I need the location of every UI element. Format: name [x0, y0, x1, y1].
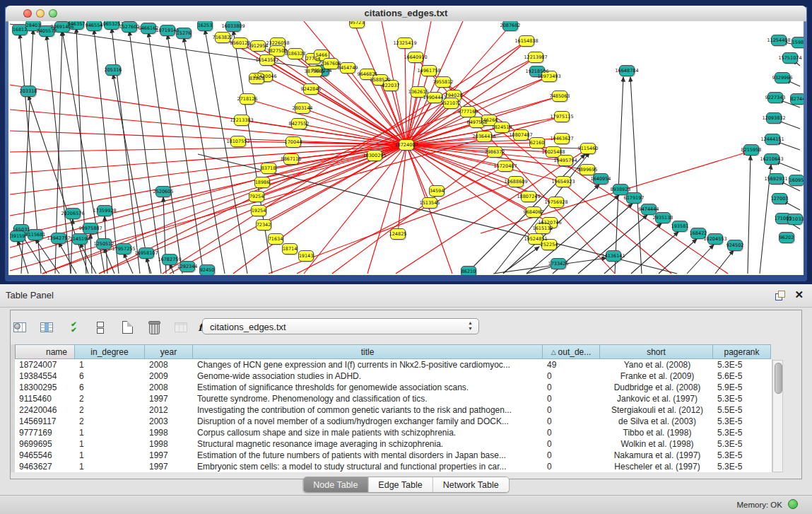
- table-cell[interactable]: Yano et al. (2008): [600, 359, 713, 370]
- table-cell[interactable]: Nakamura et al. (1997): [600, 450, 713, 461]
- close-panel-icon[interactable]: ✕: [794, 288, 804, 301]
- table-cell[interactable]: Genome-wide association studies in ADHD.: [193, 370, 543, 382]
- table-row[interactable]: 969969511998Structural magnetic resonanc…: [15, 438, 771, 450]
- table-cell[interactable]: 9115460: [15, 393, 75, 404]
- float-panel-icon[interactable]: [775, 291, 785, 300]
- table-cell[interactable]: Franke et al. (2009): [600, 370, 713, 382]
- table-cell[interactable]: 1998: [145, 438, 193, 450]
- table-row[interactable]: 1872400712008Changes of HCN gene express…: [15, 359, 771, 370]
- table-cell[interactable]: 5.3E-5: [713, 438, 771, 450]
- table-row[interactable]: 946362711997Embryonic stem cells: a mode…: [15, 461, 771, 472]
- table-cell[interactable]: 0: [543, 450, 600, 461]
- table-row[interactable]: 946554611997Estimation of the future num…: [15, 450, 771, 461]
- column-header-out_de[interactable]: △out_de...: [543, 344, 600, 359]
- column-header-short[interactable]: short: [600, 344, 713, 359]
- table-settings-icon[interactable]: [11, 319, 28, 336]
- column-header-title[interactable]: title: [193, 344, 543, 359]
- table-cell[interactable]: de Silva et al. (2003): [600, 416, 713, 427]
- table-cell[interactable]: 0: [543, 416, 600, 427]
- table-cell[interactable]: 14569117: [15, 416, 75, 427]
- table-cell[interactable]: Estimation of significance thresholds fo…: [193, 382, 543, 393]
- table-selector-dropdown[interactable]: citations_edges.txt ▲▼: [202, 318, 479, 334]
- table-cell[interactable]: Corpus callosum shape and size in male p…: [193, 427, 543, 438]
- table-cell[interactable]: 0: [543, 461, 600, 472]
- show-columns-icon[interactable]: [38, 319, 55, 336]
- table-cell[interactable]: 1998: [145, 427, 193, 438]
- table-cell[interactable]: 9465546: [15, 450, 75, 461]
- column-header-in_degree[interactable]: in_degree: [75, 344, 145, 359]
- table-cell[interactable]: 49: [543, 359, 600, 370]
- scrollbar-thumb[interactable]: [775, 363, 782, 394]
- table-cell[interactable]: 1997: [145, 461, 193, 472]
- table-cell[interactable]: 0: [543, 404, 600, 416]
- table-row[interactable]: 2242004622012Investigating the contribut…: [15, 404, 771, 416]
- table-cell[interactable]: 6: [75, 370, 145, 382]
- table-cell[interactable]: Disruption of a novel member of a sodium…: [193, 416, 543, 427]
- table-cell[interactable]: 5.6E-5: [713, 370, 771, 382]
- table-cell[interactable]: 18300295: [15, 382, 75, 393]
- table-cell[interactable]: 1: [75, 359, 145, 370]
- table-cell[interactable]: Wolkin et al. (1998): [600, 438, 713, 450]
- table-cell[interactable]: 5.3E-5: [713, 461, 771, 472]
- vertical-scrollbar[interactable]: [772, 360, 783, 472]
- network-view-canvas[interactable]: 1681228403240557220691406946357946554106…: [8, 21, 804, 275]
- tab-edge-table[interactable]: Edge Table: [368, 477, 433, 492]
- table-cell[interactable]: Hescheler et al. (1997): [600, 461, 713, 472]
- table-row[interactable]: 1456911722003Disruption of a novel membe…: [15, 416, 771, 427]
- table-cell[interactable]: 5.3E-5: [713, 393, 771, 404]
- table-cell[interactable]: 18724007: [15, 359, 75, 370]
- row-selection-checks-icon[interactable]: ✔✔: [65, 319, 82, 336]
- table-cell[interactable]: 0: [543, 427, 600, 438]
- table-cell[interactable]: Tourette syndrome. Phenomenology and cla…: [193, 393, 543, 404]
- table-cell[interactable]: 5.3E-5: [713, 359, 771, 370]
- table-cell[interactable]: 2012: [145, 404, 193, 416]
- table-cell[interactable]: Embryonic stem cells: a model to study s…: [193, 461, 543, 472]
- table-cell[interactable]: 0: [543, 393, 600, 404]
- table-cell[interactable]: Dudbridge et al. (2008): [600, 382, 713, 393]
- table-row[interactable]: 1830029562008Estimation of significance …: [15, 382, 771, 393]
- table-cell[interactable]: 1997: [145, 393, 193, 404]
- table-cell[interactable]: 1: [75, 450, 145, 461]
- table-cell[interactable]: 5.5E-5: [713, 404, 771, 416]
- tab-network-table[interactable]: Network Table: [433, 477, 509, 492]
- table-row[interactable]: 911546021997Tourette syndrome. Phenomeno…: [15, 393, 771, 404]
- table-row[interactable]: 977716911998Corpus callosum shape and si…: [15, 427, 771, 438]
- table-cell[interactable]: 5.3E-5: [713, 416, 771, 427]
- table-cell[interactable]: 2: [75, 404, 145, 416]
- table-cell[interactable]: 1: [75, 461, 145, 472]
- column-header-name[interactable]: name: [15, 344, 75, 359]
- table-cell[interactable]: Changes of HCN gene expression and I(f) …: [193, 359, 543, 370]
- table-cell[interactable]: 2008: [145, 382, 193, 393]
- table-cell[interactable]: 22420046: [15, 404, 75, 416]
- table-cell[interactable]: 9699695: [15, 438, 75, 450]
- table-cell[interactable]: 0: [543, 382, 600, 393]
- table-cell[interactable]: Investigating the contribution of common…: [193, 404, 543, 416]
- new-document-icon[interactable]: [119, 319, 136, 336]
- delete-trash-icon[interactable]: [146, 319, 163, 336]
- table-cell[interactable]: 1: [75, 427, 145, 438]
- row-height-icon[interactable]: [92, 319, 109, 336]
- table-cell[interactable]: 0: [543, 370, 600, 382]
- table-cell[interactable]: 0: [543, 438, 600, 450]
- network-window-titlebar[interactable]: citations_edges.txt: [6, 6, 806, 22]
- table-cell[interactable]: Structural magnetic resonance image aver…: [193, 438, 543, 450]
- table-cell[interactable]: 2003: [145, 416, 193, 427]
- tab-node-table[interactable]: Node Table: [303, 477, 368, 492]
- column-header-year[interactable]: year: [145, 344, 193, 359]
- table-cell[interactable]: 5.9E-5: [713, 382, 771, 393]
- table-cell[interactable]: 2: [75, 393, 145, 404]
- table-cell[interactable]: 1997: [145, 450, 193, 461]
- table-cell[interactable]: 5.3E-5: [713, 427, 771, 438]
- table-cell[interactable]: 9463627: [15, 461, 75, 472]
- table-cell[interactable]: Estimation of the future numbers of pati…: [193, 450, 543, 461]
- table-cell[interactable]: 9777169: [15, 427, 75, 438]
- table-cell[interactable]: Jankovic et al. (1997): [600, 393, 713, 404]
- column-header-pagerank[interactable]: pagerank: [713, 344, 771, 359]
- table-cell[interactable]: Tibbo et al. (1998): [600, 427, 713, 438]
- table-cell[interactable]: 5.3E-5: [713, 450, 771, 461]
- table-row[interactable]: 1938455462009Genome-wide association stu…: [15, 370, 771, 382]
- table-cell[interactable]: Stergiakouli et al. (2012): [600, 404, 713, 416]
- table-cell[interactable]: 19384554: [15, 370, 75, 382]
- table-cell[interactable]: 1: [75, 438, 145, 450]
- table-cell[interactable]: 2008: [145, 359, 193, 370]
